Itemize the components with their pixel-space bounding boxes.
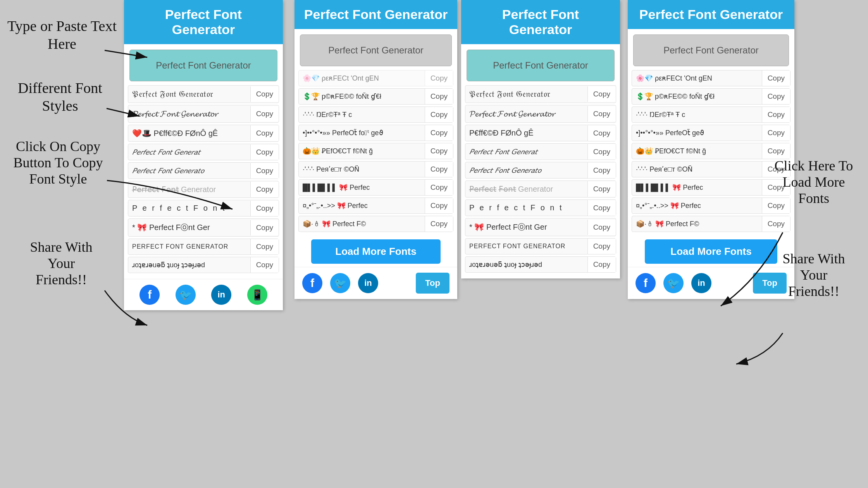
svg-text:Here: Here xyxy=(48,36,76,52)
font-row: ¤„•°ˉ„.•..>> 🎀 Perfec Copy xyxy=(632,198,790,214)
copy-button[interactable]: Copy xyxy=(425,125,453,141)
copy-button[interactable]: Copy xyxy=(762,143,790,159)
font-text: ¤„•°ˉ„.•..>> 🎀 Perfec xyxy=(299,198,425,213)
font-row: ¤„•°ˉ„.•..>> 🎀 Perfec Copy xyxy=(298,198,453,214)
font-text: PERFECT FONT GENERATOR xyxy=(465,239,587,253)
linkedin-icon-right[interactable]: in xyxy=(358,273,378,293)
copy-button[interactable]: Copy xyxy=(587,220,616,235)
font-text: * 🎀 Perfect Fⓞnt Ger xyxy=(128,219,250,236)
copy-button[interactable]: Copy xyxy=(250,86,279,102)
font-row: •]••°•°•»» PеrfeOt̃ geϑ Copy xyxy=(632,125,790,141)
copy-button[interactable]: Copy xyxy=(425,143,453,159)
copy-button[interactable]: Copy xyxy=(587,106,616,122)
copy-button[interactable]: Copy xyxy=(762,198,790,213)
font-row: 𝘗𝘦𝘳𝘧𝘦𝘤𝘵 𝘍𝘰𝘯𝘵 𝘎𝘦𝘯𝘦𝘳𝘢𝘵 Copy xyxy=(465,143,616,160)
copy-button[interactable]: Copy xyxy=(250,125,279,141)
copy-button[interactable]: Copy xyxy=(250,257,279,273)
font-text: █▌▌█▌▌▌ 🎀 Perfec xyxy=(299,180,425,195)
copy-button[interactable]: Copy xyxy=(425,89,453,104)
copy-button[interactable]: Copy xyxy=(425,216,453,232)
copy-button[interactable]: Copy xyxy=(250,106,279,122)
font-row: 🎃👑 ꝐEfO€CT f©Nt ğ Copy xyxy=(632,143,790,159)
load-more-button-2[interactable]: Load More Fonts xyxy=(645,239,777,264)
font-text: 💲🏆 p©ʀFE©© foŇt ɠ€ł xyxy=(632,89,762,104)
right-panel-1-input[interactable]: Perfect Font Generator xyxy=(300,34,452,66)
copy-button[interactable]: Copy xyxy=(762,89,790,104)
font-row: PERFECT FONT GENERATOR Copy xyxy=(128,239,279,255)
copy-button[interactable]: Copy xyxy=(587,125,616,141)
right-panel-2-header: Perfect Font Generator xyxy=(628,0,794,29)
left-panel-2-input[interactable]: Perfect Font Generator xyxy=(467,50,615,81)
font-text: 𝔓𝔢𝔯𝔣𝔢𝔠𝔱 𝔉𝔬𝔫𝔱 𝔊𝔢𝔫𝔢𝔯𝔞𝔱𝔬𝔯 xyxy=(465,86,587,103)
copy-button[interactable]: Copy xyxy=(425,198,453,213)
copy-button[interactable]: Copy xyxy=(425,107,453,122)
svg-text:Your: Your xyxy=(800,267,827,283)
copy-button[interactable]: Copy xyxy=(762,70,790,86)
font-row: 𝘗𝘦𝘳𝘧𝘦𝘤𝘵 𝘍𝘰𝘯𝘵 𝘎𝘦𝘯𝘦𝘳𝘢𝘵𝘰 Copy xyxy=(465,162,616,179)
copy-button[interactable]: Copy xyxy=(587,86,616,102)
copy-button[interactable]: Copy xyxy=(250,144,279,160)
facebook-icon-r2[interactable]: f xyxy=(636,273,656,293)
copy-button[interactable]: Copy xyxy=(762,107,790,122)
copy-button[interactable]: Copy xyxy=(250,163,279,179)
copy-button[interactable]: Copy xyxy=(587,239,616,254)
load-more-button[interactable]: Load More Fonts xyxy=(311,239,440,264)
copy-button[interactable]: Copy xyxy=(425,70,453,86)
font-row: PERFECT FONT GENERATOR Copy xyxy=(465,238,616,254)
font-text: P̶e̶r̶f̶e̶c̶t̶ F̶o̶n̶t̶ Generator xyxy=(465,181,587,197)
font-row: 📦·🕯 🎀 Perfect F© Copy xyxy=(298,216,453,232)
font-text: 🎃👑 ꝐEfO€CT f©Nt ğ xyxy=(299,143,425,159)
copy-button[interactable]: Copy xyxy=(762,180,790,195)
font-row: ∙'∙'∙'∙ ŊEr©Ŧª Ŧ c Copy xyxy=(632,107,790,123)
copy-button[interactable]: Copy xyxy=(587,163,616,178)
twitter-icon-right[interactable]: 🐦 xyxy=(330,273,350,293)
font-text: P e r f e c t F o n t xyxy=(465,200,587,216)
font-text: 𝘗𝘦𝘳𝘧𝘦𝘤𝘵 𝘍𝘰𝘯𝘵 𝘎𝘦𝘯𝘦𝘳𝘢𝘵 xyxy=(128,144,250,160)
font-text: 𝔓𝔢𝔯𝔣𝔢𝔠𝔱 𝔉𝔬𝔫𝔱 𝔊𝔢𝔫𝔢𝔯𝔞𝔱𝔬𝔯 xyxy=(128,86,250,103)
right-panel-2-input[interactable]: Perfect Font Generator xyxy=(633,34,789,66)
right-panel-1-header: Perfect Font Generator xyxy=(294,0,457,29)
copy-button[interactable]: Copy xyxy=(762,162,790,177)
font-row: 𝓟𝓮𝓻𝓯𝓮𝓬𝓽 𝓕𝓸𝓷𝓽 𝓖𝓮𝓷𝓮𝓻𝓪𝓽𝓸𝓻 Copy xyxy=(465,105,616,123)
copy-button[interactable]: Copy xyxy=(250,239,279,254)
copy-button[interactable]: Copy xyxy=(587,200,616,216)
font-row: P€ff€©Ð FØnÔ gÊ Copy xyxy=(465,125,616,141)
copy-button[interactable]: Copy xyxy=(250,182,279,197)
font-row: ∙'∙'∙'∙ ŊEr©Ŧª Ŧ c Copy xyxy=(298,107,453,123)
font-text: 📦·🕯 🎀 Perfect F© xyxy=(632,216,762,232)
facebook-icon[interactable]: f xyxy=(140,285,160,305)
copy-button[interactable]: Copy xyxy=(762,216,790,232)
copy-button[interactable]: Copy xyxy=(587,144,616,160)
svg-text:Share With: Share With xyxy=(30,239,93,255)
copy-button[interactable]: Copy xyxy=(425,180,453,195)
twitter-icon[interactable]: 🐦 xyxy=(176,285,196,305)
left-panel-1-input[interactable]: Perfect Font Generator xyxy=(129,50,277,81)
font-text: 𝓟𝓮𝓻𝓯𝓮𝓬𝓽 𝓕𝓸𝓷𝓽 𝓖𝓮𝓷𝓮𝓻𝓪𝓽𝓸𝓻 xyxy=(465,105,587,122)
font-text: 𝓟𝓮𝓻𝓯𝓮𝓬𝓽 𝓕𝓸𝓷𝓽 𝓖𝓮𝓷𝓮𝓻𝓪𝓽𝓸𝓻 xyxy=(128,105,250,122)
whatsapp-icon[interactable]: 📱 xyxy=(247,285,267,305)
font-text: ɹoʇɐɹǝuǝƃ ʇuoɟ ʇɔǝɟɹǝd xyxy=(465,257,587,272)
social-bar-right: f 🐦 in Top xyxy=(294,267,457,299)
svg-text:Friends!!: Friends!! xyxy=(36,272,87,287)
font-row: P e r f e c t F o n t Copy xyxy=(128,200,279,217)
copy-button[interactable]: Copy xyxy=(587,181,616,197)
font-row: 🌸💎 ρεʀFECt 'Ont gEN Copy xyxy=(298,70,453,86)
font-row: P̶e̶r̶f̶e̶c̶t̶ F̶o̶n̶t̶ Generator Copy xyxy=(128,181,279,198)
facebook-icon-right[interactable]: f xyxy=(302,273,322,293)
copy-button[interactable]: Copy xyxy=(587,257,616,272)
top-button[interactable]: Top xyxy=(416,273,450,294)
copy-button[interactable]: Copy xyxy=(250,220,279,235)
twitter-icon-r2[interactable]: 🐦 xyxy=(663,273,684,293)
top-button-2[interactable]: Top xyxy=(753,273,787,294)
font-text: P e r f e c t F o n t xyxy=(128,200,250,216)
copy-button[interactable]: Copy xyxy=(250,201,279,216)
font-row: 𝘗𝘦𝘳𝘧𝘦𝘤𝘵 𝘍𝘰𝘯𝘵 𝘎𝘦𝘯𝘦𝘳𝘢𝘵𝘰 Copy xyxy=(128,162,279,179)
font-text: ɹoʇɐɹǝuǝƃ ʇuoɟ ʇɔǝɟɹǝd xyxy=(128,257,250,273)
copy-button[interactable]: Copy xyxy=(762,125,790,141)
font-text: ∙'∙'∙'∙ ŊEr©Ŧª Ŧ c xyxy=(299,107,425,122)
linkedin-icon[interactable]: in xyxy=(211,285,231,305)
svg-text:Font Style: Font Style xyxy=(29,171,87,187)
linkedin-icon-r2[interactable]: in xyxy=(691,273,711,293)
copy-button[interactable]: Copy xyxy=(425,162,453,177)
left-panel-1-header: Perfect Font Generator xyxy=(124,0,283,44)
